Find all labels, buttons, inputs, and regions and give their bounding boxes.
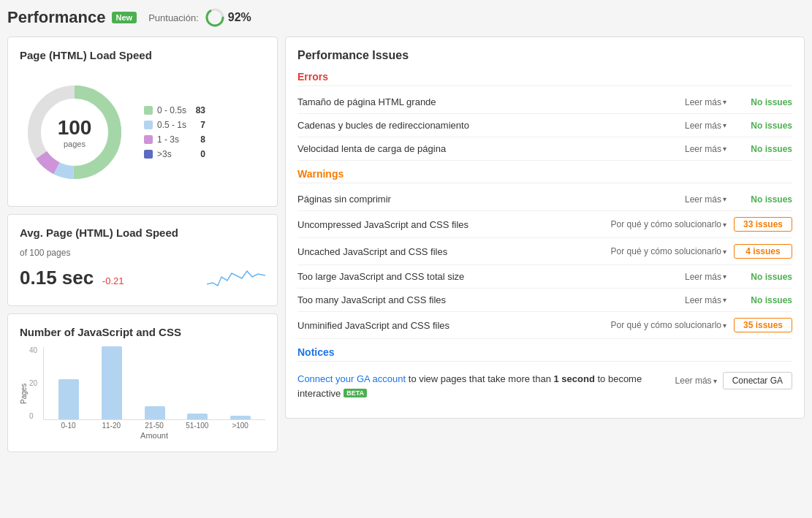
legend: 0 - 0.5s 83 0.5 - 1s 7 1 - 3s 8 >3s 0 — [144, 105, 205, 159]
avg-speed-delta: -0.21 — [102, 275, 124, 286]
issue-row: Unminified JavaScript and CSS filesPor q… — [297, 312, 792, 339]
left-panel: Page (HTML) Load Speed — [7, 37, 278, 452]
issue-link[interactable]: Leer más ▾ — [685, 97, 726, 107]
donut-center: 100 pages — [58, 116, 92, 148]
score-ring-icon — [205, 7, 225, 28]
bar-col — [50, 379, 88, 419]
bars-row — [43, 347, 265, 420]
legend-count: 0 — [191, 149, 205, 159]
bar — [187, 414, 208, 419]
x-label: 11-20 — [92, 422, 131, 430]
issue-link[interactable]: Por qué y cómo solucionarlo ▾ — [611, 320, 726, 330]
bar — [230, 416, 251, 419]
issue-name: Too many JavaScript and CSS files — [297, 294, 678, 305]
issue-row: Tamaño de página HTML grandeLeer más ▾No… — [297, 91, 792, 114]
errors-section-header: Errors — [297, 71, 792, 86]
x-axis-title: Amount — [43, 431, 265, 440]
y-axis-label: 20 — [29, 380, 37, 387]
legend-label: >3s — [157, 149, 186, 159]
notice-link[interactable]: Leer más ▾ — [675, 376, 717, 386]
bars-area: 0-1011-2021-5051-100>100 Amount — [43, 347, 265, 440]
avg-speed-card: Avg. Page (HTML) Load Speed of 100 pages… — [7, 214, 278, 306]
avg-speed-value-row: 0.15 sec -0.21 — [20, 267, 124, 289]
issue-row: Uncached JavaScript and CSS filesPor qué… — [297, 238, 792, 265]
issue-name: Tamaño de página HTML grande — [297, 96, 678, 107]
chevron-down-icon: ▾ — [723, 221, 726, 229]
issue-link[interactable]: Leer más ▾ — [685, 272, 726, 282]
avg-card-subtitle: of 100 pages — [20, 248, 265, 258]
notice-text: Connect your GA account to view pages th… — [297, 372, 668, 400]
x-labels: 0-1011-2021-5051-100>100 — [43, 422, 265, 430]
bar-col — [135, 406, 174, 419]
bar-col — [221, 416, 259, 419]
issue-row: Uncompressed JavaScript and CSS filesPor… — [297, 211, 792, 238]
x-label: 51-100 — [178, 422, 216, 430]
legend-count: 8 — [191, 134, 205, 145]
issue-row: Velocidad lenta de carga de páginaLeer m… — [297, 137, 792, 161]
avg-speed-row: 0.15 sec -0.21 — [20, 262, 265, 294]
load-speed-title: Page (HTML) Load Speed — [20, 49, 265, 61]
legend-item: >3s 0 — [144, 149, 205, 159]
legend-item: 1 - 3s 8 — [144, 134, 205, 145]
issue-name: Cadenas y bucles de redireccionamiento — [297, 120, 678, 131]
issue-row: Cadenas y bucles de redireccionamientoLe… — [297, 114, 792, 137]
notice-right: Leer más ▾Conectar GA — [675, 372, 792, 389]
chevron-down-icon: ▾ — [723, 273, 726, 281]
issue-status: No issues — [734, 97, 792, 107]
issue-status: No issues — [734, 144, 792, 154]
bar-col — [178, 414, 217, 419]
chevron-down-icon: ▾ — [723, 121, 726, 129]
bar-chart-wrapper: Pages 40200 0-1011-2021-5051-100>100 Amo… — [20, 347, 265, 440]
donut-label: pages — [58, 140, 92, 148]
issue-row: Páginas sin comprimirLeer más ▾No issues — [297, 188, 792, 211]
issue-name: Uncached JavaScript and CSS files — [297, 246, 604, 257]
notice-row: Connect your GA account to view pages th… — [297, 366, 792, 406]
avg-speed-value: 0.15 sec — [20, 267, 94, 289]
issue-row: Too many JavaScript and CSS filesLeer má… — [297, 289, 792, 312]
sparkline-icon — [207, 262, 265, 294]
issue-link[interactable]: Leer más ▾ — [685, 295, 726, 305]
main-layout: Page (HTML) Load Speed — [7, 37, 805, 452]
issue-status: No issues — [734, 194, 792, 205]
js-css-title: Number of JavaScript and CSS — [20, 326, 265, 338]
page-wrapper: Performance New Puntuación: 92% Page (HT… — [0, 0, 812, 460]
right-panel: Performance Issues Errors Tamaño de pági… — [285, 37, 805, 452]
legend-item: 0 - 0.5s 83 — [144, 105, 205, 115]
avg-speed-title: Avg. Page (HTML) Load Speed — [20, 226, 265, 239]
page-header: Performance New Puntuación: 92% — [7, 7, 805, 28]
issue-badge: 35 issues — [734, 318, 792, 332]
chevron-down-icon: ▾ — [723, 195, 726, 203]
x-label: 21-50 — [135, 422, 174, 430]
bar — [58, 379, 79, 419]
y-axis-title: Pages — [20, 347, 28, 440]
issue-name: Unminified JavaScript and CSS files — [297, 320, 604, 331]
issue-link[interactable]: Leer más ▾ — [685, 194, 726, 205]
new-badge: New — [112, 12, 137, 23]
score-label: Puntuación: — [148, 12, 199, 23]
legend-item: 0.5 - 1s 7 — [144, 120, 205, 130]
ga-link[interactable]: Connect your GA account — [297, 373, 406, 384]
js-css-card: Number of JavaScript and CSS Pages 40200… — [7, 313, 278, 452]
performance-issues-title: Performance Issues — [297, 49, 792, 62]
conectar-ga-button[interactable]: Conectar GA — [723, 372, 792, 389]
warnings-container: Páginas sin comprimirLeer más ▾No issues… — [297, 188, 792, 339]
score-circle: 92% — [205, 7, 251, 28]
legend-label: 0.5 - 1s — [157, 120, 186, 130]
y-axis-labels: 40200 — [29, 347, 40, 420]
issue-badge: 4 issues — [734, 244, 792, 259]
chevron-down-icon: ▾ — [723, 296, 726, 304]
issue-link[interactable]: Leer más ▾ — [685, 144, 726, 154]
y-axis-label: 40 — [29, 347, 37, 354]
issue-row: Too large JavaScript and CSS total sizeL… — [297, 265, 792, 289]
bar — [145, 406, 165, 419]
issue-link[interactable]: Leer más ▾ — [685, 121, 726, 131]
chevron-down-icon: ▾ — [713, 377, 717, 385]
notices-section-header: Notices — [297, 346, 792, 362]
legend-color — [144, 121, 153, 129]
issue-link[interactable]: Por qué y cómo solucionarlo ▾ — [611, 246, 726, 256]
x-label: >100 — [221, 422, 259, 430]
legend-count: 7 — [191, 120, 205, 130]
legend-count: 83 — [191, 105, 205, 115]
issue-link[interactable]: Por qué y cómo solucionarlo ▾ — [611, 219, 726, 229]
donut-section: 100 pages 0 - 0.5s 83 0.5 - 1s 7 1 - 3s … — [20, 70, 265, 194]
